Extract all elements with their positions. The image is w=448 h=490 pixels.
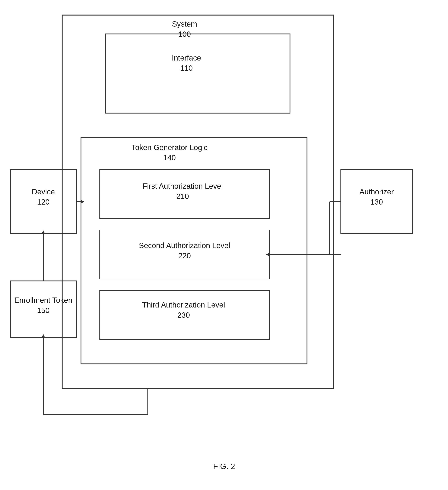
third-auth-label: Third Authorization Level 230 bbox=[115, 300, 252, 320]
arrow-enrollment-to-device bbox=[42, 230, 45, 234]
device-label: Device 120 bbox=[12, 187, 74, 207]
authorizer-label: Authorizer 130 bbox=[343, 187, 411, 207]
token-generator-label: Token Generator Logic 140 bbox=[105, 142, 234, 163]
diagram-container: System 100 Interface 110 Token Generator… bbox=[0, 0, 448, 490]
arrow-device-to-system bbox=[81, 200, 84, 204]
interface-box bbox=[105, 34, 290, 113]
enrollment-token-label: Enrollment Token 150 bbox=[12, 295, 74, 315]
figure-label: FIG. 2 bbox=[188, 462, 260, 471]
first-auth-label: First Authorization Level 210 bbox=[117, 181, 249, 201]
second-auth-label: Second Authorization Level 220 bbox=[115, 240, 254, 261]
arrow-auth-bracket bbox=[266, 253, 270, 256]
arrow-from-bottom-to-enrollment bbox=[42, 334, 45, 338]
interface-label: Interface 110 bbox=[147, 53, 226, 73]
system-label: System 100 bbox=[147, 19, 222, 39]
